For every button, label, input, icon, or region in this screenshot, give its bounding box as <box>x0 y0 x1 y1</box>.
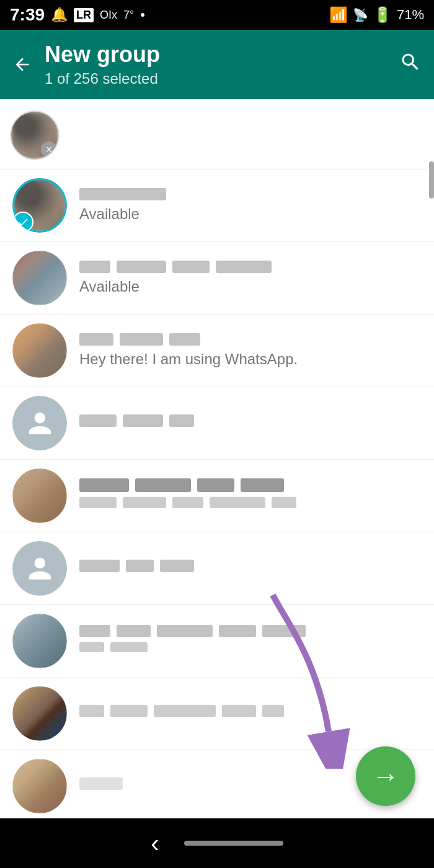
contact-list: Available Available Hey <box>0 169 434 826</box>
avatar <box>12 541 67 596</box>
arrow-icon: → <box>372 761 399 792</box>
home-indicator[interactable] <box>184 841 283 846</box>
chip-avatar: × <box>10 110 60 160</box>
contact-status: Available <box>79 205 422 223</box>
contact-info <box>79 478 422 513</box>
battery-percent: 71% <box>397 7 424 23</box>
contact-info <box>79 625 422 657</box>
app-bar: New group 1 of 256 selected <box>0 30 434 99</box>
contact-status: Hey there! I am using WhatsApp. <box>79 351 422 368</box>
list-item[interactable] <box>0 532 434 605</box>
list-item[interactable] <box>0 460 434 532</box>
dot-icon: • <box>140 7 145 23</box>
list-item[interactable]: Available <box>0 242 434 315</box>
contact-info: Available <box>79 261 422 295</box>
page-title: New group <box>45 42 399 68</box>
avatar <box>12 323 67 378</box>
contact-info: Available <box>79 188 422 223</box>
signal-icon: 📡 <box>353 7 368 22</box>
search-button[interactable] <box>399 51 422 79</box>
status-bar: 7:39 🔔 LR OIx 7° • 📶 📡 🔋 71% <box>0 0 434 30</box>
contact-status: Available <box>79 278 422 295</box>
avatar <box>12 614 67 668</box>
selected-contact-chip[interactable]: × <box>10 110 60 160</box>
temp-icon: 7° <box>123 9 134 22</box>
back-nav-button[interactable]: ‹ <box>151 830 159 857</box>
contact-info: Hey there! I am using WhatsApp. <box>79 333 422 368</box>
battery-icon: 🔋 <box>373 6 392 24</box>
avatar <box>12 178 67 233</box>
avatar <box>12 468 67 523</box>
avatar <box>12 759 67 813</box>
contact-info <box>79 414 422 432</box>
list-item[interactable] <box>0 605 434 678</box>
chip-remove-button[interactable]: × <box>41 141 57 158</box>
selected-chips-area: × <box>0 99 434 169</box>
contact-info <box>79 560 422 577</box>
back-button[interactable] <box>12 55 32 74</box>
scrollbar[interactable] <box>429 161 434 199</box>
status-time: 7:39 <box>10 5 45 25</box>
list-item[interactable]: Available <box>0 169 434 242</box>
list-item[interactable]: Hey there! I am using WhatsApp. <box>0 315 434 387</box>
page-subtitle: 1 of 256 selected <box>45 70 399 87</box>
lr-icon: LR <box>74 8 94 22</box>
wifi-icon: 📶 <box>329 6 348 24</box>
list-item[interactable] <box>0 678 434 750</box>
list-item[interactable] <box>0 387 434 460</box>
bottom-nav: ‹ <box>0 818 434 868</box>
avatar <box>12 396 67 450</box>
contact-info <box>79 705 422 722</box>
avatar <box>12 251 67 305</box>
avatar <box>12 686 67 741</box>
notification-icon: 🔔 <box>51 7 68 23</box>
next-fab-button[interactable]: → <box>356 746 415 806</box>
olx-icon: OIx <box>100 9 117 22</box>
